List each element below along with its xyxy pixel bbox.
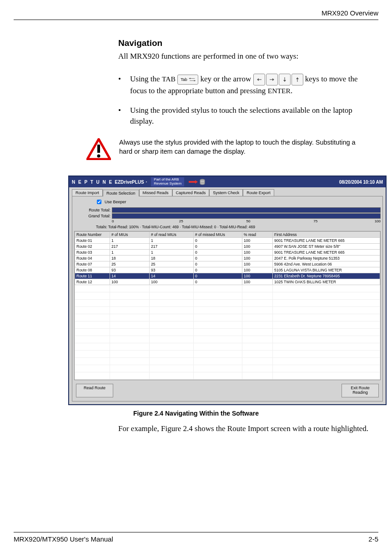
- arrow-right-icon: [266, 74, 278, 85]
- route-grid[interactable]: Route Number # of MIUs # of read MIUs # …: [74, 231, 381, 380]
- table-row: [75, 300, 380, 307]
- grand-total-label: Grand Total:: [74, 214, 112, 218]
- figure-caption: Figure 2.4 Navigating Within the Softwar…: [14, 410, 378, 417]
- read-route-button[interactable]: Read Route: [76, 384, 113, 397]
- warning-icon: [86, 138, 111, 162]
- datetime: 08/20/2004 10:10 AM: [339, 180, 383, 185]
- sync-icon: [189, 179, 205, 185]
- exit-route-reading-button[interactable]: Exit Route Reading: [342, 384, 379, 397]
- grand-total-bar: [112, 213, 381, 219]
- table-row[interactable]: Route 011101009001 TREASURE LANE NE METE…: [75, 238, 380, 244]
- table-row: [75, 292, 380, 300]
- route-total-label: Route Total:: [74, 208, 112, 212]
- svg-point-19: [200, 183, 205, 185]
- svg-marker-7: [272, 78, 274, 81]
- tab-route-export[interactable]: Route Export: [243, 189, 274, 196]
- table-row[interactable]: Route 11141401002231 Elizabeth Dr. Neptu…: [75, 273, 380, 279]
- app-screenshot: N E P T U N E EZDrivePLUS · Part of the …: [68, 176, 387, 405]
- beeper-row: Use Beeper: [95, 198, 381, 206]
- tab-route-selection[interactable]: Route Selection: [103, 190, 139, 196]
- header-title: MRX920 Overview: [322, 9, 378, 17]
- page-footer: MRX920/MTX950 User's Manual 2-5: [14, 532, 378, 543]
- grid-header: Route Number # of MIUs # of read MIUs # …: [75, 232, 380, 238]
- tab-captured-reads[interactable]: Captured Reads: [172, 189, 210, 196]
- bullet1-text-b: key or the arrow: [200, 75, 253, 83]
- app-window: N E P T U N E EZDrivePLUS · Part of the …: [68, 176, 387, 405]
- warning-block: Always use the stylus provided with the …: [86, 138, 369, 162]
- scale-row: 0 25 50 75 100: [112, 219, 381, 224]
- svg-point-14: [97, 155, 101, 158]
- svg-marker-5: [257, 78, 259, 81]
- bullet-item-1: • Using the TAB Tab key or the arrow key…: [118, 74, 374, 97]
- subtitle-box: Part of the ARB Revenue System: [151, 177, 184, 186]
- table-row: [75, 372, 380, 380]
- svg-marker-9: [283, 80, 286, 82]
- tab-smallcaps: TAB: [162, 75, 176, 83]
- bullet-item-2: • Using the provided stylus to touch the…: [118, 105, 374, 127]
- table-row: [75, 343, 380, 351]
- tab-strip: Route Import Route Selection Missed Read…: [69, 187, 386, 196]
- closing-text: For example, Figure 2.4 shows the Route …: [118, 423, 374, 434]
- table-row[interactable]: Route 0221721701004907 W.SAN JOSE ST Met…: [75, 244, 380, 250]
- product-text: EZDrivePLUS: [115, 180, 144, 185]
- table-row: [75, 336, 380, 343]
- brand-text: N E P T U N E: [72, 180, 113, 185]
- page-header: MRX920 Overview: [14, 9, 378, 20]
- table-row: [75, 307, 380, 314]
- table-row: [75, 358, 380, 365]
- bullet-dot: •: [118, 74, 130, 97]
- table-row: [75, 351, 380, 358]
- bullet1-text-a: Using the: [130, 75, 162, 83]
- titlebar: N E P T U N E EZDrivePLUS · Part of the …: [69, 176, 386, 187]
- section-title: Navigation: [118, 38, 374, 48]
- svg-marker-1: [189, 78, 190, 79]
- tab-system-check[interactable]: System Check: [209, 189, 243, 196]
- section-intro: All MRX920 functions are performed in on…: [118, 52, 374, 61]
- tab-panel: Use Beeper Route Total: Grand Total: 0 2…: [72, 196, 383, 401]
- svg-marker-3: [194, 80, 195, 81]
- tab-route-import[interactable]: Route Import: [72, 189, 103, 196]
- totals-line: Totals: Total-Read: 100% · Total-MIU-Cou…: [96, 225, 381, 229]
- svg-rect-13: [97, 145, 100, 153]
- bullet2-text: Using the provided stylus to touch the s…: [130, 105, 374, 127]
- bullet-dot: •: [118, 105, 130, 127]
- beeper-label: Use Beeper: [105, 200, 126, 204]
- table-row[interactable]: Route 031101009001 TREASURE LANE NE METE…: [75, 250, 380, 256]
- svg-marker-16: [195, 180, 198, 184]
- footer-left: MRX920/MTX950 User's Manual: [14, 535, 113, 543]
- warning-text: Always use the stylus provided with the …: [119, 138, 369, 156]
- table-row[interactable]: Route 08939301005105 LAGUNA VISTA BILLIN…: [75, 267, 380, 273]
- arrow-left-icon: [253, 74, 265, 85]
- bullet1-text-d: .: [291, 86, 292, 95]
- route-total-row: Route Total:: [74, 207, 381, 213]
- tab-missed-reads[interactable]: Missed Reads: [139, 189, 172, 196]
- svg-marker-11: [296, 77, 299, 79]
- grand-total-row: Grand Total:: [74, 213, 381, 219]
- svg-rect-15: [189, 181, 195, 183]
- table-row: [75, 329, 380, 336]
- table-row[interactable]: Route 04181801002047 E. Polk Parkway Nep…: [75, 256, 380, 261]
- table-row[interactable]: Route 07252501005906 42nd Ave. West Loca…: [75, 261, 380, 267]
- enter-smallcaps: ENTER: [268, 87, 291, 95]
- arrow-up-icon: [291, 74, 303, 85]
- table-row: [75, 365, 380, 372]
- route-total-bar: [112, 207, 381, 213]
- beeper-checkbox[interactable]: [97, 200, 101, 204]
- table-row[interactable]: Route 1210010001001025 TWIN OAKS BILLING…: [75, 279, 380, 285]
- arrow-down-icon: [279, 74, 291, 85]
- table-row: [75, 314, 380, 321]
- footer-right: 2-5: [368, 535, 378, 543]
- table-row: [75, 285, 380, 292]
- table-row: [75, 321, 380, 329]
- button-row: Read Route Exit Route Reading: [74, 380, 381, 399]
- tab-key-icon: Tab: [177, 75, 198, 85]
- arrow-keys-icon: [253, 74, 303, 85]
